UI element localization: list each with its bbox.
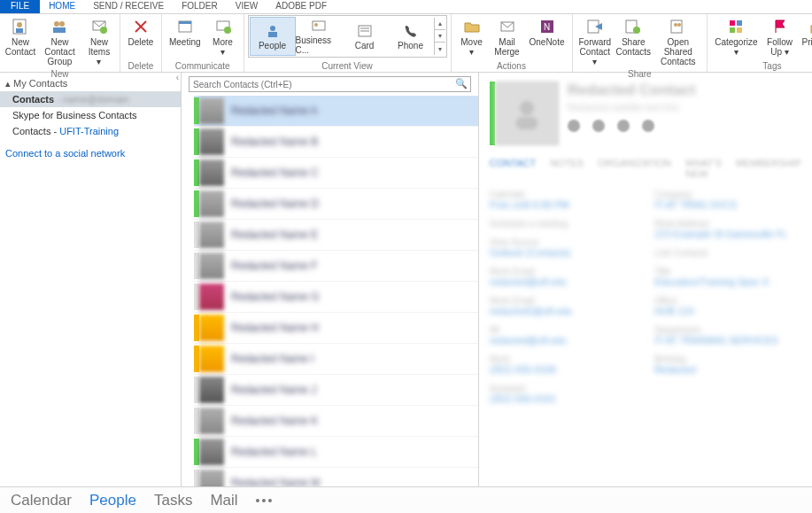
categorize-button[interactable]: Categorize ▾ xyxy=(711,16,761,58)
nav-mail[interactable]: Mail xyxy=(210,492,237,509)
nav-more[interactable]: ••• xyxy=(256,494,275,508)
svg-point-7 xyxy=(100,27,107,34)
contact-row[interactable]: Redacted Name M xyxy=(194,468,478,486)
contact-name: Redacted Name B xyxy=(231,136,318,148)
card-action-call-icon[interactable] xyxy=(617,120,630,132)
gallery-up[interactable]: ▴ xyxy=(435,18,445,30)
view-phone[interactable]: Phone xyxy=(388,17,434,56)
contact-row[interactable]: Redacted Name F xyxy=(194,251,478,282)
card-tab[interactable]: WHAT'S NEW xyxy=(685,158,722,179)
folder-pane: ‹ ▴ My Contacts Contacts - name@domain S… xyxy=(0,73,182,486)
card-field: Work Emailredacted@ufl.edu xyxy=(490,267,637,287)
more-button[interactable]: More ▾ xyxy=(206,16,240,58)
collapse-folder-pane[interactable]: ‹ xyxy=(176,73,179,82)
card-tab[interactable]: ORGANIZATION xyxy=(598,158,671,179)
share-contacts-button[interactable]: Share Contacts xyxy=(615,16,651,68)
field-value: redacted@ufl.edu xyxy=(490,276,637,287)
open-shared-contacts-button[interactable]: Open Shared Contacts xyxy=(653,16,703,68)
field-label: Work xyxy=(490,354,637,364)
contact-row[interactable]: Redacted Name H xyxy=(194,313,478,344)
group-delete-label: Delete xyxy=(124,60,158,72)
card-col-right: CompanyIT-AT TRNG SVCSWork Address123 Ex… xyxy=(654,190,801,413)
contact-avatar xyxy=(199,377,224,403)
card-action-video-icon[interactable] xyxy=(642,120,654,132)
contact-row[interactable]: Redacted Name A xyxy=(194,96,478,127)
delete-button[interactable]: Delete xyxy=(124,16,158,49)
card-tab[interactable]: NOTES xyxy=(550,158,584,179)
tab-folder[interactable]: FOLDER xyxy=(173,0,227,13)
card-field: Work(352) 555-0100 xyxy=(490,354,637,375)
forward-contact-button[interactable]: Forward Contact ▾ xyxy=(576,16,615,68)
card-tab[interactable]: CONTACT xyxy=(490,158,536,179)
svg-rect-33 xyxy=(737,27,742,33)
card-field: Work Emailredacted2@ufl.edu xyxy=(490,296,637,316)
contact-avatar xyxy=(199,253,224,279)
move-button[interactable]: Move ▾ xyxy=(455,16,489,58)
tab-send-receive[interactable]: SEND / RECEIVE xyxy=(84,0,173,13)
card-tab[interactable]: MEMBERSHIP xyxy=(736,158,801,179)
group-current-view: People Business C... Card Phone ▴ ▾ xyxy=(244,14,452,72)
follow-up-button[interactable]: Follow Up ▾ xyxy=(763,16,797,58)
follow-up-icon xyxy=(771,18,789,35)
connect-social-link[interactable]: Connect to a social network xyxy=(0,139,181,167)
contact-name: Redacted Name E xyxy=(231,229,318,241)
svg-point-29 xyxy=(677,23,681,27)
contact-row[interactable]: Redacted Name E xyxy=(194,220,478,251)
card-field: View SourceOutlook (Contacts) xyxy=(490,237,637,258)
nav-people[interactable]: People xyxy=(89,492,136,509)
meeting-button[interactable]: Meeting xyxy=(166,16,205,58)
view-card[interactable]: Card xyxy=(342,17,388,56)
nav-skype-contacts[interactable]: Skype for Business Contacts xyxy=(0,107,181,123)
private-button[interactable]: Private xyxy=(799,16,812,58)
nav-contacts-ufit[interactable]: Contacts - UFIT-Training xyxy=(0,123,181,139)
contact-row[interactable]: Redacted Name D xyxy=(194,189,478,220)
my-contacts-header[interactable]: ▴ My Contacts xyxy=(0,76,181,91)
gallery-more[interactable]: ▾ xyxy=(435,43,445,55)
field-label: Title xyxy=(654,267,801,276)
tab-adobe-pdf[interactable]: ADOBE PDF xyxy=(267,0,336,13)
new-contact-group-button[interactable]: New Contact Group xyxy=(39,16,81,68)
contact-name: Redacted Name G xyxy=(231,291,319,303)
mail-merge-button[interactable]: Mail Merge xyxy=(491,16,524,58)
field-value: IT-AT TRAINING SERVICES xyxy=(654,335,801,346)
new-items-button[interactable]: New Items ▾ xyxy=(82,16,116,68)
view-gallery: People Business C... Card Phone ▴ ▾ xyxy=(248,15,447,58)
view-business-card[interactable]: Business C... xyxy=(296,17,342,56)
contact-row[interactable]: Redacted Name K xyxy=(194,406,478,437)
contact-list[interactable]: Redacted Name A Redacted Name B Redacted… xyxy=(182,96,478,486)
card-col-left: CalendarFree until 6:00 PMSchedule a mee… xyxy=(490,190,637,413)
contact-row[interactable]: Redacted Name B xyxy=(194,127,478,158)
field-label: Company xyxy=(654,190,801,199)
nav-contacts[interactable]: Contacts - name@domain xyxy=(0,91,181,107)
contact-row[interactable]: Redacted Name L xyxy=(194,437,478,468)
field-label: Calendar xyxy=(490,190,637,199)
nav-calendar[interactable]: Calendar xyxy=(11,492,72,509)
svg-rect-5 xyxy=(53,27,66,33)
contact-name: Redacted Name F xyxy=(231,260,317,272)
new-contact-icon xyxy=(12,18,29,35)
view-people[interactable]: People xyxy=(250,17,296,56)
svg-rect-30 xyxy=(730,20,735,26)
contact-row[interactable]: Redacted Name G xyxy=(194,282,478,313)
card-action-im-icon[interactable] xyxy=(592,120,605,132)
card-field: OfficeHUB 123 xyxy=(654,296,801,316)
gallery-down[interactable]: ▾ xyxy=(435,30,445,43)
tab-home[interactable]: HOME xyxy=(40,0,84,13)
nav-tasks[interactable]: Tasks xyxy=(154,492,192,509)
tab-view[interactable]: VIEW xyxy=(227,0,267,13)
nav-bar: Calendar People Tasks Mail ••• xyxy=(0,486,812,513)
contact-row[interactable]: Redacted Name C xyxy=(194,158,478,189)
card-action-email-icon[interactable] xyxy=(568,120,580,132)
new-contact-button[interactable]: New Contact xyxy=(4,16,37,68)
contact-row[interactable]: Redacted Name I xyxy=(194,344,478,375)
onenote-button[interactable]: N OneNote xyxy=(526,16,568,58)
new-contact-group-icon xyxy=(50,18,68,35)
contact-name: Redacted Name L xyxy=(231,446,317,458)
search-icon[interactable]: 🔍 xyxy=(455,78,468,89)
mail-merge-icon xyxy=(499,18,516,35)
contact-row[interactable]: Redacted Name J xyxy=(194,375,478,406)
search-contacts-input[interactable] xyxy=(189,76,471,92)
contact-avatar xyxy=(199,284,224,310)
tab-file[interactable]: FILE xyxy=(0,0,40,13)
field-value: 123 Example St Gainesville FL xyxy=(654,229,801,239)
